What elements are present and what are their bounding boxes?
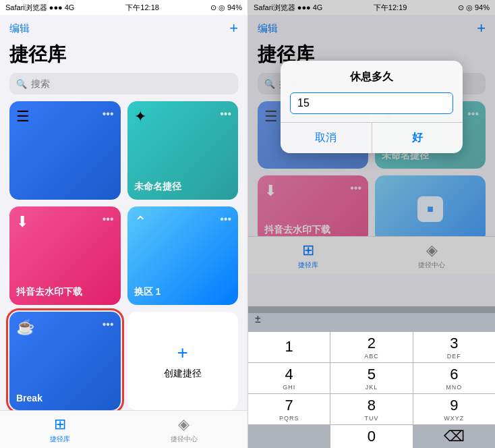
tiktok-icon-right: ⬇ <box>264 182 276 200</box>
shortcut-card-break-left[interactable]: ☕ ••• Break <box>9 312 121 410</box>
center-tab-label: 捷径中心 <box>171 435 198 444</box>
center-tab-icon: ◈ <box>178 416 190 433</box>
cancel-button[interactable]: 取消 <box>281 123 372 153</box>
card-name-add: 创建捷径 <box>164 368 202 380</box>
dialog-buttons: 取消 好 <box>281 122 463 153</box>
wand-icon: ✦ <box>134 108 146 125</box>
add-button-right[interactable]: + <box>477 21 486 36</box>
center-tab-label-right: 捷径中心 <box>418 260 445 270</box>
list-icon: ☰ <box>16 108 30 125</box>
dialog-title: 休息多久 <box>281 61 463 90</box>
tab-shortcuts-left[interactable]: ⊞ 捷径库 <box>50 416 70 444</box>
more-btn-wand-right[interactable]: ••• <box>467 108 479 120</box>
shortcuts-tab-icon: ⊞ <box>54 416 66 433</box>
shortcut-card-break-right[interactable]: ■ <box>375 175 486 236</box>
card-name-wand: 未命名捷径 <box>134 175 232 193</box>
key-4[interactable]: 4GHI <box>248 363 330 393</box>
shortcuts-tab-icon-right: ⊞ <box>302 242 314 259</box>
more-btn-tiktok-right[interactable]: ••• <box>350 182 361 194</box>
status-bar-right: Safari浏览器 ●●● 4G 下午12:19 ⊙ ◎ 94% <box>248 0 495 15</box>
key-8[interactable]: 8TUV <box>330 394 412 424</box>
time-right: 下午12:19 <box>374 3 407 13</box>
shortcut-card-add-left[interactable]: + 创建捷径 <box>127 312 239 410</box>
sign-key[interactable]: ± <box>255 313 261 325</box>
tab-shortcuts-right[interactable]: ⊞ 捷径库 <box>298 242 318 270</box>
key-empty <box>248 425 330 448</box>
add-shortcut-icon: + <box>177 342 188 364</box>
key-delete[interactable]: ⌫ <box>413 425 495 448</box>
kb-top-row: ± <box>248 306 495 332</box>
card-name-break: Break <box>16 387 114 403</box>
edit-button-right[interactable]: 编辑 <box>258 22 278 35</box>
tab-center-left[interactable]: ◈ 捷径中心 <box>171 416 198 444</box>
nav-bar-right: 编辑 + <box>248 15 495 42</box>
key-1[interactable]: 1 <box>248 332 330 362</box>
card-name-swap: 换区 1 <box>134 281 232 298</box>
left-phone: Safari浏览器 ●●● 4G 下午12:18 ⊙ ◎ 94% 编辑 + 捷径… <box>0 0 248 448</box>
carrier-right: Safari浏览器 <box>254 3 295 13</box>
shortcuts-grid-left: ☰ ••• ✦ ••• 未命名捷径 ⬇ ••• 抖音去水印下载 ⌃ • <box>0 101 248 410</box>
shortcut-card-swap-left[interactable]: ⌃ ••• 换区 1 <box>127 206 239 305</box>
more-btn-break[interactable]: ••• <box>103 318 114 331</box>
card-name-tiktok: 抖音去水印下载 <box>16 281 114 298</box>
tiktok-icon: ⬇ <box>16 213 28 231</box>
time-left: 下午12:18 <box>125 3 159 13</box>
key-7[interactable]: 7PQRS <box>248 394 330 424</box>
list-icon-right: ☰ <box>264 108 278 125</box>
carrier-left: Safari浏览器 <box>5 3 47 13</box>
card-name-tiktok-right: 抖音去水印下载 <box>264 219 361 236</box>
break-icon: ☕ <box>16 318 34 336</box>
network-left: 4G <box>65 3 75 11</box>
shortcuts-tab-label-right: 捷径库 <box>298 260 318 270</box>
stop-icon: ■ <box>427 203 434 215</box>
search-icon-left: 🔍 <box>16 79 27 89</box>
center-tab-icon-right: ◈ <box>426 242 438 259</box>
tab-bar-left: ⊞ 捷径库 ◈ 捷径中心 <box>0 410 248 448</box>
more-btn-list[interactable]: ••• <box>103 108 114 120</box>
search-bar-left[interactable]: 🔍 <box>9 73 238 94</box>
stop-button[interactable]: ■ <box>417 196 443 222</box>
shortcut-card-list-left[interactable]: ☰ ••• <box>9 101 121 200</box>
right-phone: Safari浏览器 ●●● 4G 下午12:19 ⊙ ◎ 94% 编辑 + 捷径… <box>248 0 495 448</box>
confirm-button[interactable]: 好 <box>372 123 463 153</box>
numeric-keyboard: ± 1 2ABC 3DEF 4GHI 5JKL 6MNO 7PQRS 8TUV … <box>248 306 495 448</box>
shortcut-card-wand-left[interactable]: ✦ ••• 未命名捷径 <box>127 101 239 200</box>
shortcuts-tab-label: 捷径库 <box>50 435 70 444</box>
signal-left: ●●● <box>49 3 63 11</box>
search-icon-right: 🔍 <box>264 79 275 89</box>
key-6[interactable]: 6MNO <box>413 363 495 393</box>
card-name-list <box>16 188 114 193</box>
key-5[interactable]: 5JKL <box>330 363 412 393</box>
status-icons-right: ⊙ ◎ 94% <box>458 3 490 12</box>
shortcut-card-tiktok-left[interactable]: ⬇ ••• 抖音去水印下载 <box>9 206 121 305</box>
dialog-input[interactable] <box>290 92 453 114</box>
search-input-left[interactable] <box>31 78 231 89</box>
swap-icon: ⌃ <box>134 213 146 231</box>
kb-grid: 1 2ABC 3DEF 4GHI 5JKL 6MNO 7PQRS 8TUV 9W… <box>248 332 495 448</box>
key-2[interactable]: 2ABC <box>330 332 412 362</box>
key-3[interactable]: 3DEF <box>413 332 495 362</box>
network-right: 4G <box>313 3 323 11</box>
page-title-left: 捷径库 <box>0 42 248 73</box>
tab-center-right[interactable]: ◈ 捷径中心 <box>418 242 445 270</box>
key-0[interactable]: 0 <box>330 425 412 448</box>
tab-bar-right: ⊞ 捷径库 ◈ 捷径中心 <box>248 236 495 274</box>
key-9[interactable]: 9WXYZ <box>413 394 495 424</box>
nav-bar-left: 编辑 + <box>0 15 248 42</box>
status-bar-left: Safari浏览器 ●●● 4G 下午12:18 ⊙ ◎ 94% <box>0 0 248 15</box>
signal-right: ●●● <box>297 3 311 11</box>
more-btn-wand[interactable]: ••• <box>220 108 231 120</box>
status-icons-left: ⊙ ◎ 94% <box>210 3 242 12</box>
more-btn-tiktok[interactable]: ••• <box>103 213 114 225</box>
shortcut-card-tiktok-right[interactable]: ⬇ ••• 抖音去水印下载 <box>258 175 368 236</box>
more-btn-swap[interactable]: ••• <box>220 213 231 225</box>
edit-button-left[interactable]: 编辑 <box>9 22 30 35</box>
add-button-left[interactable]: + <box>229 21 238 36</box>
rest-dialog[interactable]: 休息多久 取消 好 <box>281 61 463 153</box>
